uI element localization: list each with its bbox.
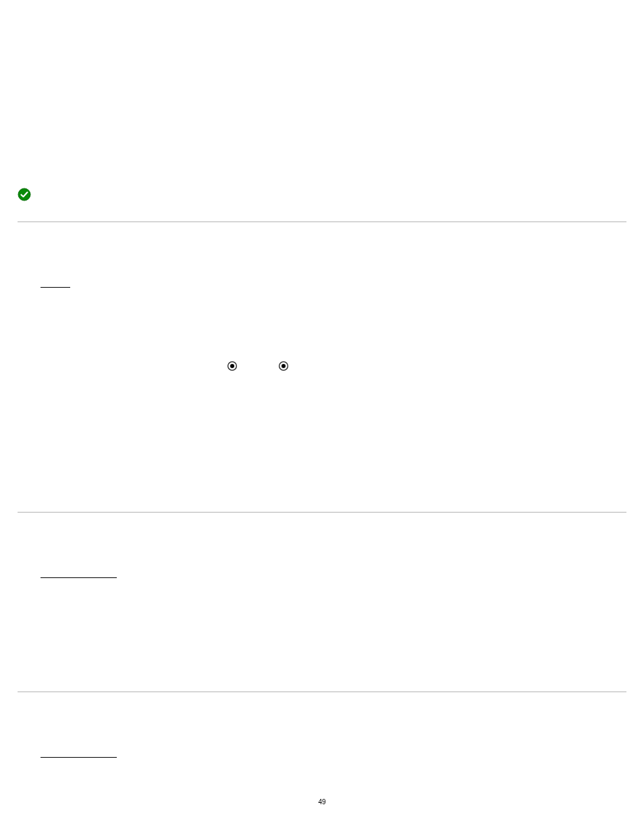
field-underline-row bbox=[41, 757, 626, 758]
radio-row bbox=[227, 361, 626, 371]
bullet-list: x x x bbox=[18, 45, 626, 85]
field-underline bbox=[41, 757, 117, 758]
radio-selected-icon[interactable] bbox=[278, 361, 289, 371]
field-underline-row bbox=[41, 287, 626, 288]
svg-point-2 bbox=[230, 364, 234, 368]
document-page: x x x bbox=[0, 0, 644, 834]
divider bbox=[18, 221, 626, 222]
field-underline bbox=[41, 287, 70, 288]
svg-point-4 bbox=[281, 364, 286, 368]
page-number: 49 bbox=[0, 798, 644, 806]
divider bbox=[18, 692, 626, 692]
check-row bbox=[18, 188, 626, 201]
check-circle-icon bbox=[18, 188, 31, 201]
radio-selected-icon[interactable] bbox=[227, 361, 238, 371]
divider bbox=[18, 512, 626, 513]
